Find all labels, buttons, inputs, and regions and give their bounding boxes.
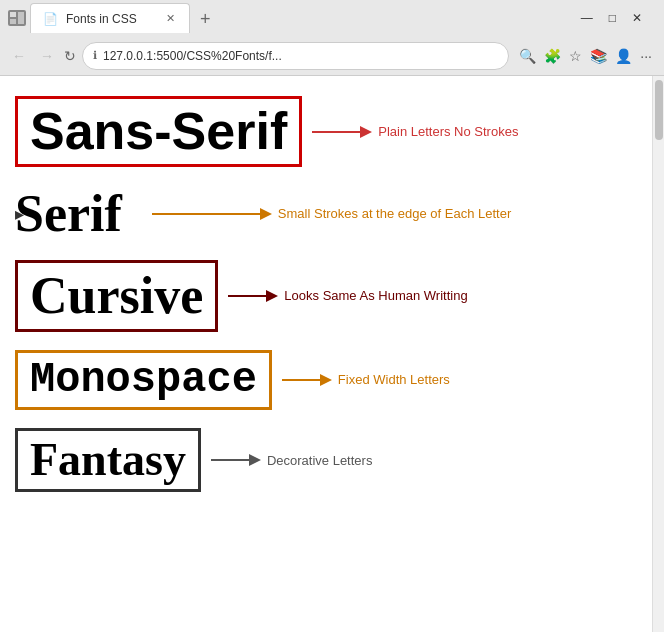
collections-icon[interactable]: 📚 [590, 48, 607, 64]
font-item-cursive: Cursive Looks Same As Human Writting [15, 260, 632, 331]
address-text: 127.0.0.1:5500/CSS%20Fonts/f... [103, 49, 282, 63]
monospace-arrow [282, 370, 332, 390]
serif-arrow [152, 204, 272, 224]
font-item-monospace: Monospace Fixed Width Letters [15, 350, 632, 410]
tab-close-button[interactable]: ✕ [163, 12, 177, 26]
sans-serif-description: Plain Letters No Strokes [378, 124, 518, 139]
tab-page-icon: 📄 [43, 12, 58, 26]
page-content: Sans-Serif Plain Letters No Strokes Seri… [0, 76, 652, 632]
browser-chrome: 📄 Fonts in CSS ✕ + — □ ✕ ← → ↻ ℹ 127.0.0… [0, 0, 664, 76]
address-bar[interactable]: ℹ 127.0.0.1:5500/CSS%20Fonts/f... [82, 42, 509, 70]
serif-description: Small Strokes at the edge of Each Letter [278, 206, 511, 221]
maximize-button[interactable]: □ [603, 9, 622, 27]
font-label-sans-serif: Sans-Serif [15, 96, 302, 167]
close-button[interactable]: ✕ [626, 9, 648, 27]
menu-button[interactable]: ··· [640, 48, 652, 64]
serif-annotation: Small Strokes at the edge of Each Letter [152, 204, 511, 224]
scrollbar-thumb[interactable] [655, 80, 663, 140]
font-display-cursive: Cursive [15, 260, 218, 331]
sans-serif-annotation: Plain Letters No Strokes [312, 122, 518, 142]
font-display-serif: Serif ▸ [15, 185, 122, 242]
fantasy-arrow [211, 450, 261, 470]
lock-icon: ℹ [93, 49, 97, 62]
monospace-annotation: Fixed Width Letters [282, 370, 450, 390]
cursive-description: Looks Same As Human Writting [284, 288, 467, 303]
svg-rect-2 [10, 19, 16, 24]
sans-serif-arrow [312, 122, 372, 142]
minimize-button[interactable]: — [575, 9, 599, 27]
font-label-serif: Serif [15, 185, 122, 242]
active-tab[interactable]: 📄 Fonts in CSS ✕ [30, 3, 190, 33]
tab-title: Fonts in CSS [66, 12, 137, 26]
font-label-cursive: Cursive [15, 260, 218, 331]
scrollbar[interactable] [652, 76, 664, 632]
font-display-monospace: Monospace [15, 350, 272, 410]
font-label-monospace: Monospace [15, 350, 272, 410]
font-display-sans-serif: Sans-Serif [15, 96, 302, 167]
profile-icon[interactable]: 👤 [615, 48, 632, 64]
font-item-serif: Serif ▸ Small Strokes at the edge of Eac… [15, 185, 632, 242]
monospace-description: Fixed Width Letters [338, 372, 450, 387]
browser-window-icon [8, 10, 26, 26]
svg-rect-1 [18, 12, 24, 24]
new-tab-button[interactable]: + [192, 5, 219, 33]
fantasy-description: Decorative Letters [267, 453, 373, 468]
forward-button[interactable]: → [36, 46, 58, 66]
zoom-icon[interactable]: 🔍 [519, 48, 536, 64]
fantasy-annotation: Decorative Letters [211, 450, 373, 470]
font-item-sans-serif: Sans-Serif Plain Letters No Strokes [15, 96, 632, 167]
font-display-fantasy: Fantasy [15, 428, 201, 493]
extensions-icon[interactable]: 🧩 [544, 48, 561, 64]
font-item-fantasy: Fantasy Decorative Letters [15, 428, 632, 493]
font-label-fantasy: Fantasy [15, 428, 201, 493]
svg-rect-0 [10, 12, 16, 17]
favorites-icon[interactable]: ☆ [569, 48, 582, 64]
cursive-arrow [228, 286, 278, 306]
cursive-annotation: Looks Same As Human Writting [228, 286, 467, 306]
refresh-button[interactable]: ↻ [64, 48, 76, 64]
back-button[interactable]: ← [8, 46, 30, 66]
